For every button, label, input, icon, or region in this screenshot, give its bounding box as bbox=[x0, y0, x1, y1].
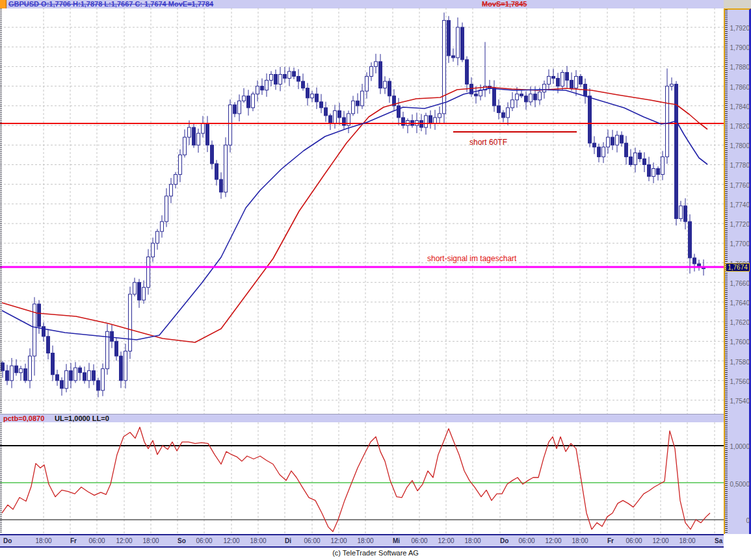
time-axis-day-label: Fr bbox=[70, 536, 77, 546]
indicator-axis-label: 0,5000 bbox=[729, 481, 750, 488]
last-price-tag: 1,7674 bbox=[726, 263, 750, 272]
price-axis-label: 1,7860 bbox=[729, 84, 750, 91]
annotation-short-signal: short-signal im tageschart bbox=[427, 254, 516, 263]
price-axis-label: 1,7640 bbox=[729, 299, 750, 307]
price-axis-label: 1,7540 bbox=[729, 398, 750, 405]
price-axis-label: 1,7840 bbox=[729, 103, 750, 110]
price-axis-ticks bbox=[725, 10, 728, 534]
price-axis-label: 1,7580 bbox=[729, 359, 750, 366]
time-axis-day-label: Fr bbox=[607, 536, 614, 546]
indicator-axis-label: 1,0000 bbox=[729, 443, 750, 450]
top-right-corner bbox=[724, 0, 751, 8]
price-axis-label: 1,7620 bbox=[729, 319, 750, 326]
price-axis-label: 1,7760 bbox=[729, 182, 750, 189]
time-axis-day-label: Sa bbox=[715, 536, 722, 546]
price-axis-label: 1,7900 bbox=[729, 44, 750, 51]
indicator-axis-label: 0 bbox=[729, 517, 750, 524]
price-axis-label: 1,7720 bbox=[729, 221, 750, 228]
pctb-indicator-panel[interactable] bbox=[0, 422, 724, 534]
time-axis[interactable]: Do18:00Fr06:0012:0018:00So06:0012:0018:0… bbox=[0, 534, 724, 548]
indicator-params-label: UL=1,0000 LL=0 bbox=[55, 414, 109, 422]
price-axis-label: 1,7600 bbox=[729, 338, 750, 346]
price-axis-label: 1,7880 bbox=[729, 64, 750, 71]
main-price-chart[interactable] bbox=[0, 8, 724, 414]
time-axis-label: 12:00 bbox=[116, 536, 132, 546]
time-axis-label: 12:00 bbox=[545, 536, 561, 546]
time-axis-day-label: Do bbox=[500, 536, 508, 546]
time-axis-day-label: Mi bbox=[393, 536, 400, 546]
time-axis-label: 18:00 bbox=[357, 536, 373, 546]
price-axis-label: 1,7660 bbox=[729, 280, 750, 287]
time-axis-label: 06:00 bbox=[88, 536, 105, 546]
time-axis-label: 18:00 bbox=[250, 536, 266, 546]
time-axis-day-label: So bbox=[178, 536, 186, 546]
annotation-short-60tf: short 60TF bbox=[469, 138, 507, 147]
time-axis-label: 06:00 bbox=[304, 536, 320, 546]
time-axis-day-label: Do bbox=[3, 536, 12, 546]
time-axis-day-label: Di bbox=[285, 536, 291, 546]
time-axis-label: 12:00 bbox=[652, 536, 668, 546]
indicator-header-strip: pctb=0,0870 UL=1,0000 LL=0 bbox=[0, 414, 724, 422]
time-axis-label: 18:00 bbox=[464, 536, 481, 546]
time-axis-label: 06:00 bbox=[411, 536, 427, 546]
time-axis-label: 12:00 bbox=[330, 536, 347, 546]
time-axis-label: 12:00 bbox=[223, 536, 239, 546]
time-axis-label: 18:00 bbox=[679, 536, 695, 546]
copyright-text: (c) TeleTrader Software AG bbox=[0, 549, 751, 557]
indicator-value-label: pctb=0,0870 bbox=[3, 414, 44, 422]
time-axis-label: 06:00 bbox=[626, 536, 642, 546]
teletrader-chart-window: GBPUSD O:1,7706 H:1,7878 L:1,7667 C: 1,7… bbox=[0, 0, 751, 560]
time-axis-label: 06:00 bbox=[196, 536, 212, 546]
time-axis-label: 18:00 bbox=[35, 536, 51, 546]
price-axis-label: 1,7780 bbox=[729, 162, 750, 169]
time-axis-label: 12:00 bbox=[438, 536, 454, 546]
price-axis-label: 1,7800 bbox=[729, 142, 750, 149]
price-axis-label: 1,7740 bbox=[729, 201, 750, 209]
time-axis-label: 18:00 bbox=[572, 536, 588, 546]
price-axis-label: 1,7560 bbox=[729, 378, 750, 385]
price-axis-label: 1,7700 bbox=[729, 240, 750, 248]
time-axis-label: 18:00 bbox=[142, 536, 159, 546]
price-axis-label: 1,7920 bbox=[729, 25, 750, 32]
time-axis-label: 06:00 bbox=[518, 536, 534, 546]
price-axis-label: 1,7820 bbox=[729, 123, 750, 130]
